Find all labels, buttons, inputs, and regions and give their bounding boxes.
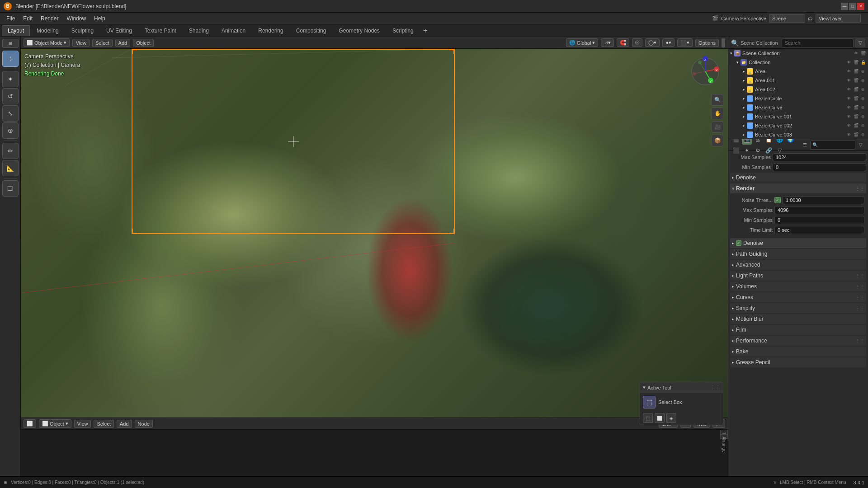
tab-layout[interactable]: Layout <box>2 25 30 36</box>
tab-animation[interactable]: Animation <box>216 25 251 36</box>
tool-icon-3[interactable]: ◈ <box>666 413 676 423</box>
motion-blur-section[interactable]: ▸ Motion Blur <box>730 314 866 324</box>
node-view-menu[interactable]: View <box>74 420 91 428</box>
max-samples-value[interactable]: 1024 <box>773 153 866 161</box>
props-list-view[interactable]: ☰ <box>800 141 809 150</box>
light-paths-dots[interactable]: ⋮⋮ <box>855 273 864 278</box>
outliner-beziercurve002[interactable]: ▸ ⌒ BezierCurve.002 👁 🎬 ⊖ <box>728 121 868 130</box>
outliner-filter-btn[interactable]: ▽ <box>855 38 865 47</box>
props-tab-scene[interactable]: 🎬 <box>731 139 741 145</box>
film-section[interactable]: ▸ Film <box>730 325 866 335</box>
outliner-beziercurve[interactable]: ▸ ⌒ BezierCurve 👁 🎬 ⊖ <box>728 103 868 112</box>
sidebar-toggle[interactable] <box>722 38 725 47</box>
render-section-header[interactable]: ▾ Render ⋮⋮ <box>730 183 866 193</box>
area001-render-btn[interactable]: 🎬 <box>853 77 859 84</box>
bcv002-restrict-btn[interactable]: ⊖ <box>860 122 866 129</box>
help-menu[interactable]: Help <box>90 14 109 23</box>
zoom-in-btn[interactable]: 🔍 <box>712 94 723 106</box>
maximize-button[interactable]: □ <box>849 3 856 10</box>
view-menu-btn[interactable]: View <box>72 39 90 47</box>
bcv001-render-btn[interactable]: 🎬 <box>853 113 859 120</box>
tab-texture-paint[interactable]: Texture Paint <box>139 25 182 36</box>
outliner-collection[interactable]: ▾ 📁 Collection 👁 🎬 🔒 <box>728 58 868 67</box>
props-tab-world[interactable]: 🌍 <box>785 139 795 145</box>
select-menu-btn[interactable]: Select <box>92 39 113 47</box>
snap-toggle[interactable]: 🧲 <box>617 38 629 47</box>
bcv-restrict-btn[interactable]: ⊖ <box>860 104 866 111</box>
tab-geometry-nodes[interactable]: Geometry Nodes <box>333 25 386 36</box>
bcv002-render-btn[interactable]: 🎬 <box>853 122 859 129</box>
scene-selector[interactable]: Scene <box>769 14 805 23</box>
tab-scripting[interactable]: Scripting <box>387 25 420 36</box>
performance-section[interactable]: ▸ Performance ⋮⋮ <box>730 336 866 346</box>
curves-section[interactable]: ▸ Curves ⋮⋮ <box>730 292 866 302</box>
advanced-section[interactable]: ▸ Advanced <box>730 260 866 270</box>
denoise2-checkbox[interactable]: ✓ <box>736 240 741 246</box>
mode-selector[interactable]: ⊞ <box>2 39 19 48</box>
editor-type-selector[interactable]: ⬜ Object Mode ▾ <box>24 38 70 47</box>
volumes-dots[interactable]: ⋮⋮ <box>855 284 864 289</box>
area001-vis-btn[interactable]: 👁 <box>845 77 852 84</box>
add-workspace-button[interactable]: + <box>420 26 430 36</box>
bcv001-vis-btn[interactable]: 👁 <box>845 113 852 120</box>
node-add-menu[interactable]: Add <box>117 420 132 428</box>
tool-sidebar-label[interactable]: Tool <box>720 430 728 434</box>
area001-restrict-btn[interactable]: ⊖ <box>860 77 866 84</box>
volumes-section[interactable]: ▸ Volumes ⋮⋮ <box>730 282 866 291</box>
render-viewport[interactable]: ⬛▾ <box>677 38 693 47</box>
tab-shading[interactable]: Shading <box>183 25 215 36</box>
outliner-search-input[interactable] <box>782 38 854 47</box>
bc-render-btn[interactable]: 🎬 <box>853 95 859 102</box>
measure-tool[interactable]: 📐 <box>2 160 19 176</box>
area-restrict-btn[interactable]: ⊖ <box>860 68 866 75</box>
bcv-render-btn[interactable]: 🎬 <box>853 104 859 111</box>
viewport-shading[interactable]: ●▾ <box>662 38 675 47</box>
viewport-gizmo[interactable]: X Y Z <box>687 53 723 89</box>
bcv001-restrict-btn[interactable]: ⊖ <box>860 113 866 120</box>
bcv002-vis-btn[interactable]: 👁 <box>845 122 852 129</box>
props-search[interactable]: 🔍 <box>810 141 855 150</box>
annotate-tool[interactable]: ✏ <box>2 143 19 159</box>
outliner-area002[interactable]: ▸ 💡 Area.002 👁 🎬 ⊖ <box>728 85 868 94</box>
viewport-canvas[interactable]: Camera Perspective (7) Collection | Came… <box>21 49 728 418</box>
outliner-area001[interactable]: ▸ 💡 Area.001 👁 🎬 ⊖ <box>728 76 868 85</box>
arrange-sidebar-label[interactable]: Arrange <box>720 434 728 439</box>
render-max-samples-value[interactable]: 4096 <box>774 206 864 214</box>
props-tab-output[interactable]: 🖨 <box>753 139 763 145</box>
close-button[interactable]: ✕ <box>857 3 864 10</box>
coll-vis-btn[interactable]: 👁 <box>845 59 852 66</box>
time-limit-value[interactable]: 0 sec <box>774 226 864 234</box>
outliner-beziercircle[interactable]: ▸ ⌒ BezierCircle 👁 🎬 ⊖ <box>728 94 868 103</box>
performance-dots[interactable]: ⋮⋮ <box>855 338 864 343</box>
proportional-edit[interactable]: ⦾ <box>632 38 642 47</box>
min-samples-value[interactable]: 0 <box>773 163 866 171</box>
coll-lock-btn[interactable]: 🔒 <box>860 59 866 66</box>
outliner-beziercurve001[interactable]: ▸ ⌒ BezierCurve.001 👁 🎬 ⊖ <box>728 112 868 121</box>
visibility-btn[interactable]: 👁 <box>853 50 859 56</box>
viewlayer-selector[interactable]: ViewLayer <box>816 14 861 23</box>
tab-sculpting[interactable]: Sculpting <box>66 25 99 36</box>
tool-icon-2[interactable]: ⬜ <box>655 413 665 423</box>
move-tool[interactable]: ✦ <box>2 71 19 87</box>
outliner-area[interactable]: ▸ 💡 Area 👁 🎬 ⊖ <box>728 67 868 76</box>
rotate-tool[interactable]: ↺ <box>2 88 19 104</box>
props-tab-scene2[interactable]: 🌐 <box>774 139 784 145</box>
area-render-btn[interactable]: 🎬 <box>853 68 859 75</box>
props-tab-render[interactable]: 📷 <box>742 139 752 145</box>
tab-compositing[interactable]: Compositing <box>290 25 332 36</box>
options-button[interactable]: Options <box>695 39 719 47</box>
node-menu[interactable]: Node <box>135 420 153 428</box>
simplify-dots[interactable]: ⋮⋮ <box>855 306 864 311</box>
area002-vis-btn[interactable]: 👁 <box>845 86 852 93</box>
minimize-button[interactable]: — <box>841 3 848 10</box>
grease-pencil-section[interactable]: ▸ Grease Pencil <box>730 357 866 367</box>
curves-dots[interactable]: ⋮⋮ <box>855 295 864 300</box>
render-vis-btn[interactable]: 🎬 <box>860 50 866 56</box>
add-cube-tool[interactable]: ☐ <box>2 180 19 197</box>
bcv003-render-btn[interactable]: 🎬 <box>853 131 859 138</box>
window-menu[interactable]: Window <box>63 14 90 23</box>
pan-btn[interactable]: ✋ <box>712 108 723 119</box>
node-editor-type-selector[interactable]: ⬜ <box>24 419 36 428</box>
pivot-selector[interactable]: ⊿▾ <box>601 38 614 47</box>
bcv003-vis-btn[interactable]: 👁 <box>845 131 852 138</box>
